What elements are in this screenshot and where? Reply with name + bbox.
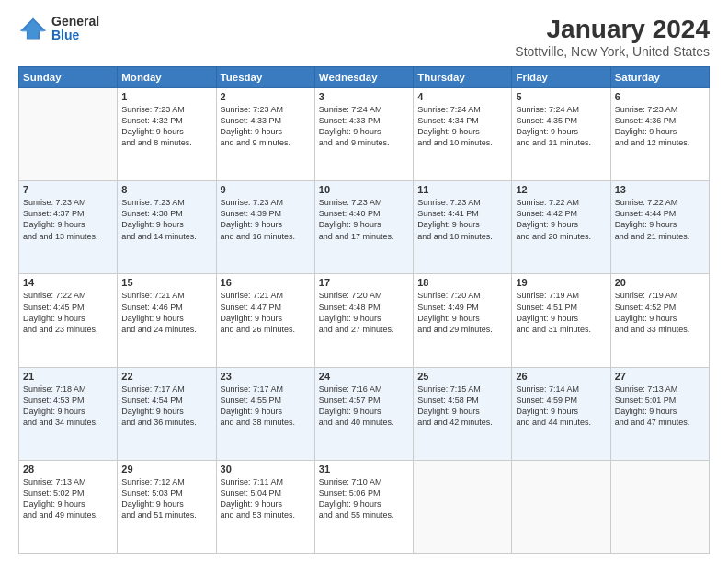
sunrise-text: Sunrise: 7:16 AM xyxy=(319,385,382,394)
sunrise-text: Sunrise: 7:22 AM xyxy=(615,198,678,207)
sunset-text: Sunset: 4:33 PM xyxy=(221,116,282,125)
day-info: Sunrise: 7:16 AMSunset: 4:57 PMDaylight:… xyxy=(319,384,409,429)
day-number: 25 xyxy=(417,371,507,382)
sunrise-text: Sunrise: 7:18 AM xyxy=(23,385,86,394)
daylight-text-cont: and and 14 minutes. xyxy=(121,232,197,241)
day-info: Sunrise: 7:15 AMSunset: 4:58 PMDaylight:… xyxy=(417,384,507,429)
day-info: Sunrise: 7:19 AMSunset: 4:51 PMDaylight:… xyxy=(516,290,606,335)
sunrise-text: Sunrise: 7:21 AM xyxy=(121,291,185,300)
sunrise-text: Sunrise: 7:21 AM xyxy=(221,291,284,300)
daylight-text-cont: and and 9 minutes. xyxy=(319,138,390,147)
day-number: 26 xyxy=(516,371,606,382)
day-info: Sunrise: 7:17 AMSunset: 4:54 PMDaylight:… xyxy=(121,384,211,429)
daylight-text: Daylight: 9 hours xyxy=(23,407,85,416)
daylight-text: Daylight: 9 hours xyxy=(121,407,184,416)
calendar-week-row: 21Sunrise: 7:18 AMSunset: 4:53 PMDayligh… xyxy=(19,367,710,460)
daylight-text-cont: and and 49 minutes. xyxy=(23,511,98,520)
day-info: Sunrise: 7:23 AMSunset: 4:36 PMDaylight:… xyxy=(615,104,705,149)
sunrise-text: Sunrise: 7:17 AM xyxy=(121,385,185,394)
day-info: Sunrise: 7:20 AMSunset: 4:48 PMDaylight:… xyxy=(319,290,409,335)
daylight-text-cont: and and 9 minutes. xyxy=(221,138,291,147)
day-number: 29 xyxy=(121,464,211,475)
daylight-text: Daylight: 9 hours xyxy=(121,500,184,509)
header-friday: Friday xyxy=(512,67,610,88)
table-row: 28Sunrise: 7:13 AMSunset: 5:02 PMDayligh… xyxy=(19,460,118,553)
sunset-text: Sunset: 4:34 PM xyxy=(417,116,479,125)
daylight-text-cont: and and 27 minutes. xyxy=(319,325,394,334)
table-row xyxy=(512,460,610,553)
daylight-text-cont: and and 23 minutes. xyxy=(23,325,98,334)
sunrise-text: Sunrise: 7:17 AM xyxy=(221,385,284,394)
day-info: Sunrise: 7:23 AMSunset: 4:33 PMDaylight:… xyxy=(221,104,311,149)
day-number: 28 xyxy=(23,464,113,475)
daylight-text-cont: and and 36 minutes. xyxy=(121,418,197,427)
sunset-text: Sunset: 4:47 PM xyxy=(221,303,282,312)
sunrise-text: Sunrise: 7:24 AM xyxy=(319,105,382,114)
sunset-text: Sunset: 4:42 PM xyxy=(516,209,577,218)
sunset-text: Sunset: 5:03 PM xyxy=(121,488,183,498)
table-row: 17Sunrise: 7:20 AMSunset: 4:48 PMDayligh… xyxy=(314,274,413,367)
table-row: 2Sunrise: 7:23 AMSunset: 4:33 PMDaylight… xyxy=(216,88,314,181)
sunset-text: Sunset: 4:45 PM xyxy=(23,303,85,312)
day-info: Sunrise: 7:23 AMSunset: 4:39 PMDaylight:… xyxy=(221,197,311,242)
logo: General Blue xyxy=(18,15,99,43)
day-info: Sunrise: 7:17 AMSunset: 4:55 PMDaylight:… xyxy=(221,384,311,429)
day-number: 23 xyxy=(221,371,311,382)
day-number: 12 xyxy=(516,184,606,195)
daylight-text-cont: and and 8 minutes. xyxy=(121,138,192,147)
daylight-text-cont: and and 24 minutes. xyxy=(121,325,197,334)
day-info: Sunrise: 7:24 AMSunset: 4:33 PMDaylight:… xyxy=(319,104,409,149)
daylight-text: Daylight: 9 hours xyxy=(417,407,480,416)
table-row: 13Sunrise: 7:22 AMSunset: 4:44 PMDayligh… xyxy=(610,181,709,274)
daylight-text: Daylight: 9 hours xyxy=(23,500,85,509)
sunrise-text: Sunrise: 7:24 AM xyxy=(417,105,481,114)
daylight-text-cont: and and 20 minutes. xyxy=(516,232,591,241)
table-row: 27Sunrise: 7:13 AMSunset: 5:01 PMDayligh… xyxy=(610,367,709,460)
daylight-text: Daylight: 9 hours xyxy=(121,220,184,229)
day-number: 13 xyxy=(615,184,705,195)
table-row: 3Sunrise: 7:24 AMSunset: 4:33 PMDaylight… xyxy=(314,88,413,181)
day-number: 31 xyxy=(319,464,409,475)
daylight-text: Daylight: 9 hours xyxy=(615,127,677,136)
sunset-text: Sunset: 4:58 PM xyxy=(417,396,479,405)
calendar-week-row: 28Sunrise: 7:13 AMSunset: 5:02 PMDayligh… xyxy=(19,460,710,553)
sunrise-text: Sunrise: 7:22 AM xyxy=(516,198,579,207)
sunset-text: Sunset: 4:49 PM xyxy=(417,303,479,312)
daylight-text-cont: and and 44 minutes. xyxy=(516,418,591,427)
table-row: 30Sunrise: 7:11 AMSunset: 5:04 PMDayligh… xyxy=(216,460,314,553)
sunrise-text: Sunrise: 7:19 AM xyxy=(516,291,579,300)
daylight-text: Daylight: 9 hours xyxy=(615,220,677,229)
daylight-text: Daylight: 9 hours xyxy=(615,407,677,416)
sunrise-text: Sunrise: 7:22 AM xyxy=(23,291,86,300)
sunrise-text: Sunrise: 7:10 AM xyxy=(319,477,382,487)
title-block: January 2024 Stottville, New York, Unite… xyxy=(515,15,710,59)
day-number: 16 xyxy=(221,277,311,288)
table-row: 15Sunrise: 7:21 AMSunset: 4:46 PMDayligh… xyxy=(118,274,216,367)
logo-icon xyxy=(18,16,48,41)
sunrise-text: Sunrise: 7:23 AM xyxy=(221,198,284,207)
daylight-text: Daylight: 9 hours xyxy=(221,314,283,323)
day-info: Sunrise: 7:20 AMSunset: 4:49 PMDaylight:… xyxy=(417,290,507,335)
day-info: Sunrise: 7:11 AMSunset: 5:04 PMDaylight:… xyxy=(221,477,311,522)
day-number: 2 xyxy=(221,91,311,102)
day-info: Sunrise: 7:13 AMSunset: 5:02 PMDaylight:… xyxy=(23,477,113,522)
daylight-text: Daylight: 9 hours xyxy=(221,407,283,416)
sunset-text: Sunset: 4:36 PM xyxy=(615,116,677,125)
sunset-text: Sunset: 4:37 PM xyxy=(23,209,85,218)
table-row xyxy=(19,88,118,181)
daylight-text: Daylight: 9 hours xyxy=(615,314,677,323)
table-row: 20Sunrise: 7:19 AMSunset: 4:52 PMDayligh… xyxy=(610,274,709,367)
day-number: 24 xyxy=(319,371,409,382)
day-number: 27 xyxy=(615,371,705,382)
day-number: 30 xyxy=(221,464,311,475)
day-number: 10 xyxy=(319,184,409,195)
daylight-text-cont: and and 18 minutes. xyxy=(417,232,493,241)
sunrise-text: Sunrise: 7:23 AM xyxy=(417,198,481,207)
header-monday: Monday xyxy=(118,67,216,88)
sunrise-text: Sunrise: 7:23 AM xyxy=(23,198,86,207)
page: General Blue January 2024 Stottville, Ne… xyxy=(0,0,728,563)
table-row: 5Sunrise: 7:24 AMSunset: 4:35 PMDaylight… xyxy=(512,88,610,181)
day-number: 5 xyxy=(516,91,606,102)
daylight-text-cont: and and 40 minutes. xyxy=(319,418,394,427)
daylight-text: Daylight: 9 hours xyxy=(319,500,381,509)
